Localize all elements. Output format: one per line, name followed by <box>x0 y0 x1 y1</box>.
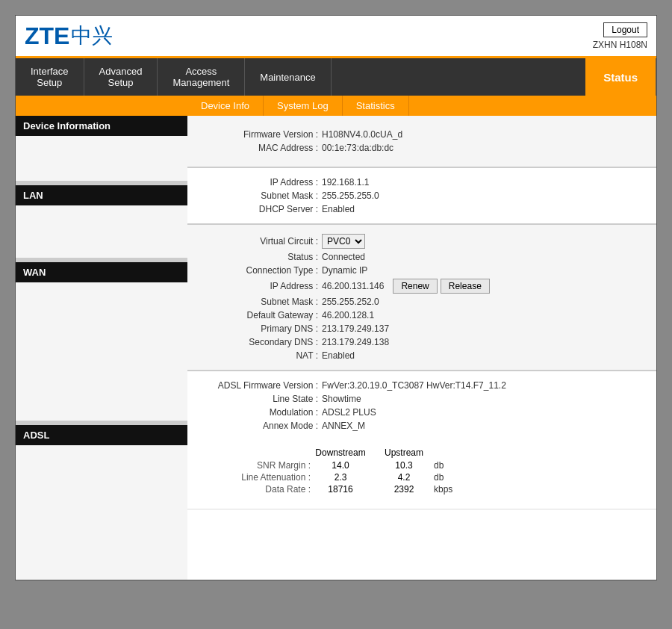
adsl-attenuation-unit: db <box>434 472 444 483</box>
lan-subnet-label: Subnet Mask : <box>202 190 322 201</box>
lan-dhcp-value: Enabled <box>322 204 355 214</box>
adsl-snr-label: SNR Margin : <box>217 460 314 471</box>
wan-gateway-label: Default Gateway : <box>202 310 322 320</box>
renew-button[interactable]: Renew <box>393 279 437 294</box>
col-downstream-header: Downstream <box>314 447 382 458</box>
wan-nat-value: Enabled <box>322 350 355 361</box>
wan-vc-select[interactable]: PVC0PVC1PVC2PVC3 PVC4PVC5PVC6PVC7 <box>322 234 365 249</box>
nav-maintenance[interactable]: Maintenance <box>245 58 331 96</box>
adsl-annex-label: Annex Mode : <box>202 421 322 431</box>
section-header-adsl: ADSL <box>16 425 187 445</box>
main-window: ZTE 中兴 Logout ZXHN H108N Interface Setup… <box>15 15 657 580</box>
lan-dhcp-label: DHCP Server : <box>202 204 322 214</box>
adsl-snr-unit: db <box>434 460 444 471</box>
nav-advanced-setup[interactable]: Advanced Setup <box>84 58 158 96</box>
header-right: Logout ZXHN H108N <box>593 22 647 50</box>
adsl-annex-value: ANNEX_M <box>322 421 365 431</box>
wan-dns2-row: Secondary DNS : 213.179.249.138 <box>202 335 641 349</box>
adsl-attenuation-upstream: 4.2 <box>382 472 434 483</box>
sub-nav-system-log[interactable]: System Log <box>264 96 343 116</box>
col-upstream-header: Upstream <box>382 447 434 458</box>
wan-ip-row: IP Address : 46.200.131.146 Renew Releas… <box>202 277 641 295</box>
lan-ip-row: IP Address : 192.168.1.1 <box>202 176 641 189</box>
mac-label: MAC Address : <box>202 143 322 153</box>
logo-zte: ZTE <box>25 22 69 50</box>
section-header-lan: LAN <box>16 185 187 205</box>
adsl-annex-row: Annex Mode : ANNEX_M <box>202 419 641 433</box>
wan-subnet-row: Subnet Mask : 255.255.252.0 <box>202 295 641 309</box>
lan-section: IP Address : 192.168.1.1 Subnet Mask : 2… <box>187 168 656 225</box>
wan-gateway-row: Default Gateway : 46.200.128.1 <box>202 309 641 322</box>
adsl-datarate-row: Data Rate : 18716 2392 kbps <box>217 483 626 495</box>
wan-nat-row: NAT : Enabled <box>202 349 641 362</box>
wan-status-label: Status : <box>202 252 322 262</box>
wan-subnet-value: 255.255.252.0 <box>322 297 379 307</box>
wan-ip-label: IP Address : <box>202 281 322 291</box>
wan-dns1-row: Primary DNS : 213.179.249.137 <box>202 322 641 335</box>
lan-dhcp-row: DHCP Server : Enabled <box>202 202 641 216</box>
adsl-firmware-label: ADSL Firmware Version : <box>202 380 322 391</box>
mac-row: MAC Address : 00:1e:73:da:db:dc <box>202 141 641 155</box>
logo-chinese: 中兴 <box>71 22 113 50</box>
wan-vc-label: Virtual Circuit : <box>202 236 322 247</box>
sub-nav: Device Info System Log Statistics <box>16 96 656 116</box>
wan-vc-row: Virtual Circuit : PVC0PVC1PVC2PVC3 PVC4P… <box>202 232 641 250</box>
adsl-attenuation-downstream: 2.3 <box>314 472 382 483</box>
lan-ip-value: 192.168.1.1 <box>322 177 369 188</box>
device-name: ZXHN H108N <box>593 40 647 50</box>
wan-conntype-label: Connection Type : <box>202 265 322 276</box>
section-header-device-info: Device Information <box>16 116 187 136</box>
nav-bar: Interface Setup Advanced Setup Access Ma… <box>16 58 656 96</box>
adsl-table-header: Downstream Upstream <box>217 446 626 459</box>
adsl-datarate-upstream: 2392 <box>382 484 434 495</box>
wan-dns2-value: 213.179.249.138 <box>322 337 389 347</box>
sub-nav-statistics[interactable]: Statistics <box>343 96 409 116</box>
wan-section: Virtual Circuit : PVC0PVC1PVC2PVC3 PVC4P… <box>187 225 656 371</box>
section-header-wan: WAN <box>16 262 187 282</box>
mac-value: 00:1e:73:da:db:dc <box>322 143 393 153</box>
adsl-linestate-row: Line State : Showtime <box>202 392 641 406</box>
wan-dns1-value: 213.179.249.137 <box>322 323 389 334</box>
firmware-label: Firmware Version : <box>202 129 322 140</box>
wan-gateway-value: 46.200.128.1 <box>322 310 374 320</box>
content: Device Information LAN WAN ADSL Firmware… <box>16 116 656 580</box>
wan-subnet-label: Subnet Mask : <box>202 297 322 307</box>
wan-status-row: Status : Connected <box>202 250 641 264</box>
adsl-datarate-label: Data Rate : <box>217 484 314 495</box>
wan-status-value: Connected <box>322 252 365 262</box>
adsl-snr-upstream: 10.3 <box>382 460 434 471</box>
wan-conntype-value: Dynamic IP <box>322 265 367 276</box>
nav-status[interactable]: Status <box>585 58 656 96</box>
wan-ip-value: 46.200.131.146 <box>322 281 384 291</box>
adsl-datarate-downstream: 18716 <box>314 484 382 495</box>
firmware-value: H108NV4.0.0cUA_d <box>322 129 402 140</box>
device-info-section: Firmware Version : H108NV4.0.0cUA_d MAC … <box>187 116 656 168</box>
adsl-firmware-row: ADSL Firmware Version : FwVer:3.20.19.0_… <box>202 379 641 392</box>
adsl-table: Downstream Upstream SNR Margin : 14.0 10… <box>217 446 626 495</box>
lan-subnet-value: 255.255.255.0 <box>322 190 379 201</box>
nav-access-management[interactable]: Access Management <box>158 58 245 96</box>
firmware-row: Firmware Version : H108NV4.0.0cUA_d <box>202 128 641 141</box>
sub-nav-device-info[interactable]: Device Info <box>187 96 264 116</box>
adsl-snr-row: SNR Margin : 14.0 10.3 db <box>217 459 626 471</box>
adsl-modulation-label: Modulation : <box>202 407 322 418</box>
header: ZTE 中兴 Logout ZXHN H108N <box>16 16 656 58</box>
wan-dns1-label: Primary DNS : <box>202 323 322 334</box>
adsl-attenuation-row: Line Attenuation : 2.3 4.2 db <box>217 471 626 483</box>
adsl-datarate-unit: kbps <box>434 484 452 495</box>
logout-button[interactable]: Logout <box>603 22 647 37</box>
adsl-snr-downstream: 14.0 <box>314 460 382 471</box>
wan-dns2-label: Secondary DNS : <box>202 337 322 347</box>
lan-ip-label: IP Address : <box>202 177 322 188</box>
release-button[interactable]: Release <box>441 279 490 294</box>
adsl-firmware-value: FwVer:3.20.19.0_TC3087 HwVer:T14.F7_11.2 <box>322 380 506 391</box>
adsl-linestate-value: Showtime <box>322 394 361 404</box>
main-content: Firmware Version : H108NV4.0.0cUA_d MAC … <box>187 116 656 580</box>
adsl-section: ADSL Firmware Version : FwVer:3.20.19.0_… <box>187 371 656 509</box>
wan-conntype-row: Connection Type : Dynamic IP <box>202 264 641 277</box>
lan-subnet-row: Subnet Mask : 255.255.255.0 <box>202 189 641 202</box>
adsl-attenuation-label: Line Attenuation : <box>217 472 314 483</box>
wan-nat-label: NAT : <box>202 350 322 361</box>
adsl-modulation-row: Modulation : ADSL2 PLUS <box>202 406 641 419</box>
nav-interface-setup[interactable]: Interface Setup <box>16 58 84 96</box>
